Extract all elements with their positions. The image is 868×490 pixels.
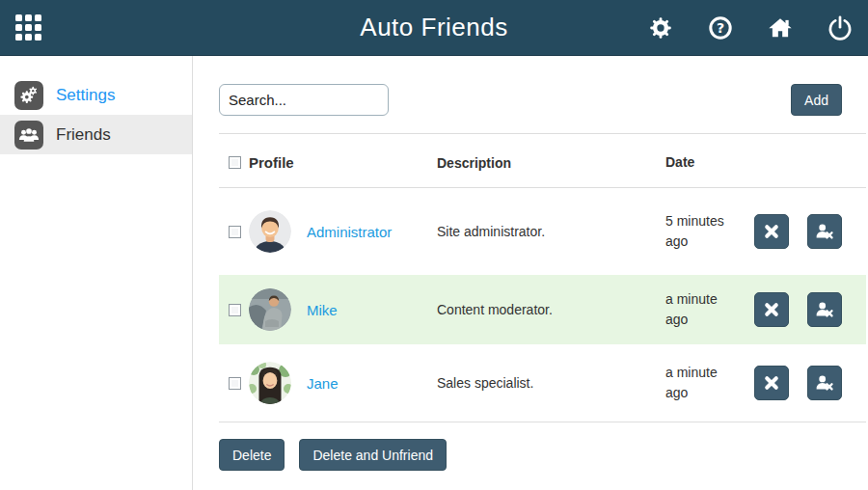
header-icon-group: ? [648,15,853,41]
delete-row-button[interactable] [754,292,789,327]
unfriend-row-button[interactable] [807,366,842,400]
apps-grid-icon[interactable] [15,14,41,41]
sidebar: Settings Friends [0,56,193,490]
home-icon[interactable] [768,15,793,41]
friends-icon [14,121,43,150]
sidebar-item-friends[interactable]: Friends [0,115,192,154]
delete-and-unfriend-button[interactable]: Delete and Unfriend [299,439,447,471]
delete-x-icon [761,372,782,394]
unfriend-person-icon [814,299,835,320]
unfriend-person-icon [814,372,835,394]
row-checkbox[interactable] [229,226,241,238]
friend-description: Content moderator. [437,302,665,317]
column-header-profile: Profile [249,154,437,171]
unfriend-person-icon [814,221,835,242]
sidebar-item-settings[interactable]: Settings [0,75,192,115]
table-row: Jane Sales specialist. a minute ago [219,344,866,422]
unfriend-row-button[interactable] [807,214,842,249]
friend-description: Sales specialist. [437,375,665,391]
add-button[interactable]: Add [791,84,842,116]
help-icon[interactable]: ? [708,15,733,41]
friends-table: Profile Description Date [219,133,866,422]
page-title: Auto Friends [360,13,507,42]
sidebar-item-label: Friends [56,125,111,145]
table-header-row: Profile Description Date [219,134,866,188]
sidebar-item-label: Settings [56,86,115,105]
friend-date: a minute ago [665,363,743,403]
table-row-highlighted: Mike Content moderator. a minute ago [219,275,866,344]
avatar [249,210,291,253]
gear-icon[interactable] [648,15,673,41]
delete-row-button[interactable] [754,366,789,400]
friend-name-link[interactable]: Administrator [307,224,392,240]
delete-x-icon [761,221,782,242]
avatar [249,362,291,404]
friend-name-link[interactable]: Jane [307,375,339,392]
delete-row-button[interactable] [754,214,789,249]
power-icon[interactable] [827,15,853,41]
column-header-description: Description [437,155,665,171]
row-checkbox[interactable] [229,377,241,390]
column-header-date: Date [665,152,743,173]
main-content: Add Profile Description Date [193,56,868,490]
bulk-action-buttons: Delete Delete and Unfriend [219,439,842,471]
friend-description: Site administrator. [437,224,665,239]
table-bottom-border [219,422,866,422]
row-checkbox[interactable] [229,304,241,316]
select-all-checkbox[interactable] [229,156,241,169]
unfriend-row-button[interactable] [807,292,842,327]
top-header-bar: Auto Friends ? [0,0,868,56]
delete-x-icon [761,299,782,320]
table-row: Administrator Site administrator. 5 minu… [219,188,866,275]
friend-name-link[interactable]: Mike [307,302,338,318]
friend-date: a minute ago [665,289,743,330]
search-input[interactable] [219,84,389,116]
friend-date: 5 minutes ago [665,211,743,252]
delete-button[interactable]: Delete [219,439,285,471]
gears-icon [14,81,43,110]
app-window: Auto Friends ? [0,0,868,490]
toolbar: Add [219,84,842,116]
svg-text:?: ? [717,19,724,35]
avatar [249,288,291,331]
